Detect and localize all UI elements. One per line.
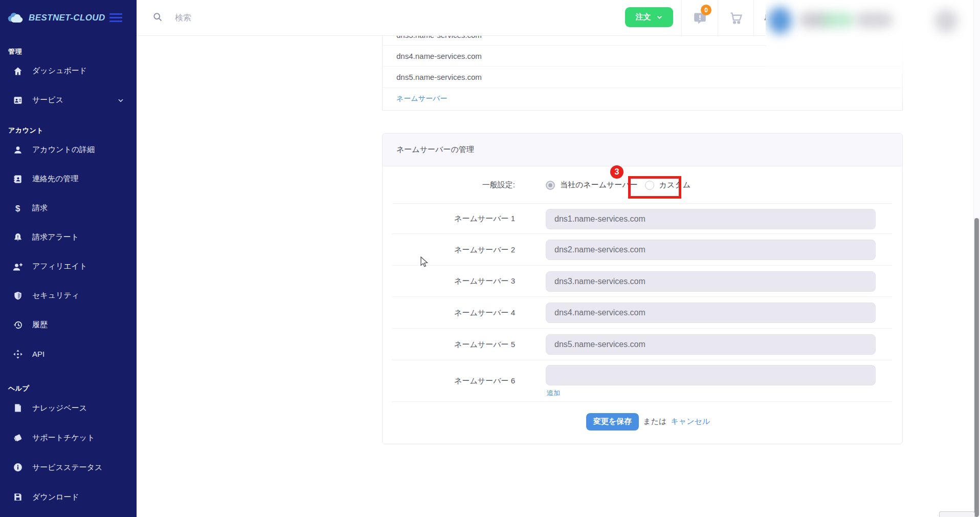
nameserver-row-5: ネームサーバー 5 <box>383 329 902 360</box>
divider <box>681 0 682 36</box>
api-icon <box>12 349 24 360</box>
sidebar-item-label: ナレッジベース <box>32 403 87 413</box>
order-button[interactable]: 注文 <box>625 7 673 27</box>
nameserver-input-4[interactable] <box>546 303 876 323</box>
save-button[interactable]: 変更を保存 <box>586 413 639 430</box>
sidebar-item-label: アフィリエイト <box>32 262 87 271</box>
contacts-icon <box>12 174 24 185</box>
table-row: dns4.name-services.com <box>383 46 902 67</box>
nameserver-row-6: ネームサーバー 6 追加 <box>383 360 902 402</box>
nameservers-link[interactable]: ネームサーバー <box>396 94 447 103</box>
menu-icon[interactable] <box>109 13 122 24</box>
support-ticket-icon <box>12 432 24 443</box>
service-status-icon <box>12 462 24 473</box>
sidebar-item-dashboard[interactable]: ダッシュボード <box>0 56 137 85</box>
divider <box>718 0 718 36</box>
nameserver-row-4: ネームサーバー 4 <box>383 297 902 329</box>
table-row: dns3.name-services.com <box>383 36 902 46</box>
sidebar: BESTNET-CLOUD 管理 ダッシュボード サービス アカウント アカウン… <box>0 0 137 517</box>
history-icon <box>12 319 24 331</box>
logo: BESTNET-CLOUD <box>6 10 105 26</box>
cloud-logo-icon <box>6 10 26 26</box>
sidebar-item-label: 請求 <box>32 203 48 213</box>
sidebar-item-billing[interactable]: $ 請求 <box>0 193 137 223</box>
chevron-down-icon <box>117 97 124 104</box>
nameserver-input-5[interactable] <box>546 334 876 355</box>
nameserver-table-card: dns3.name-services.com dns4.name-service… <box>382 36 903 111</box>
sidebar-item-label: サービス <box>32 95 63 105</box>
field-label: ネームサーバー 1 <box>383 214 515 224</box>
topbar: 注文 0 <box>137 0 980 36</box>
search-icon <box>152 12 163 24</box>
sidebar-item-support-tickets[interactable]: サポートチケット <box>0 423 137 453</box>
sidebar-section-account: アカウント <box>8 126 137 135</box>
table-footer: ネームサーバー <box>383 88 902 110</box>
sidebar-item-security[interactable]: セキュリティ <box>0 281 137 310</box>
sidebar-item-contacts[interactable]: 連絡先の管理 <box>0 164 137 193</box>
sidebar-item-label: ダッシュボード <box>32 66 87 76</box>
sidebar-item-label: サービスステータス <box>32 463 102 472</box>
sidebar-item-service-status[interactable]: サービスステータス <box>0 453 137 482</box>
sidebar-item-label: 履歴 <box>32 320 48 330</box>
cancel-link[interactable]: キャンセル <box>671 417 710 426</box>
radio-custom[interactable] <box>645 181 654 190</box>
radio-default-nameservers[interactable] <box>546 181 555 190</box>
radio-label[interactable]: 当社のネームサーバー <box>560 180 638 190</box>
svg-text:$: $ <box>15 203 20 213</box>
sidebar-item-label: 請求アラート <box>32 232 79 242</box>
nameserver-input-6[interactable] <box>546 365 876 385</box>
bottom-corner-widget <box>939 511 975 517</box>
field-label: ネームサーバー 5 <box>383 340 515 350</box>
services-icon <box>12 95 24 106</box>
divider <box>753 0 754 36</box>
sidebar-section-admin: 管理 <box>8 47 137 56</box>
bell-icon[interactable] <box>762 11 775 26</box>
sidebar-item-label: ダウンロード <box>32 492 79 502</box>
table-row: dns5.name-services.com <box>383 67 902 88</box>
search-input[interactable] <box>175 13 339 23</box>
notification-badge: 0 <box>701 5 711 15</box>
general-settings-label: 一般設定: <box>383 180 515 190</box>
field-label: ネームサーバー 6 <box>383 376 515 386</box>
field-label: ネームサーバー 3 <box>383 276 515 286</box>
cart-icon[interactable] <box>729 11 743 27</box>
field-label: ネームサーバー 4 <box>383 308 515 318</box>
actions-row: 変更を保存 または キャンセル <box>383 402 902 441</box>
nameserver-input-3[interactable] <box>546 271 876 292</box>
knowledgebase-icon <box>12 402 24 414</box>
chevron-down-icon <box>656 14 663 20</box>
billing-icon: $ <box>12 203 24 214</box>
sidebar-item-label: セキュリティ <box>32 291 79 300</box>
sidebar-item-account-details[interactable]: アカウントの詳細 <box>0 135 137 164</box>
general-settings-row: 一般設定: 当社のネームサーバー カスタム <box>383 166 902 204</box>
nameserver-input-2[interactable] <box>546 240 876 260</box>
sidebar-item-affiliate[interactable]: アフィリエイト <box>0 252 137 281</box>
nameserver-management-card: ネームサーバーの管理 一般設定: 当社のネームサーバー カスタム ネームサーバー… <box>382 133 903 444</box>
field-label: ネームサーバー 2 <box>383 245 515 255</box>
home-icon <box>12 66 24 77</box>
sidebar-item-downloads[interactable]: ダウンロード <box>0 482 137 512</box>
sidebar-header: BESTNET-CLOUD <box>0 0 137 36</box>
sidebar-item-label: 連絡先の管理 <box>32 174 78 184</box>
sidebar-item-history[interactable]: 履歴 <box>0 310 137 339</box>
sidebar-item-services[interactable]: サービス <box>0 85 137 115</box>
security-icon <box>12 290 24 301</box>
sidebar-section-help: ヘルプ <box>8 384 137 393</box>
or-text: または <box>643 417 666 426</box>
sidebar-item-label: サポートチケット <box>32 433 95 443</box>
download-icon <box>12 491 24 503</box>
card-title: ネームサーバーの管理 <box>383 134 902 166</box>
sidebar-item-label: アカウントの詳細 <box>32 145 95 155</box>
sidebar-item-billing-alerts[interactable]: 請求アラート <box>0 223 137 252</box>
billing-alert-icon <box>12 232 24 243</box>
add-link[interactable]: 追加 <box>547 389 560 398</box>
sidebar-item-label: API <box>32 350 44 358</box>
scrollbar-thumb[interactable] <box>974 218 979 517</box>
person-icon <box>12 144 24 156</box>
affiliate-icon <box>12 261 24 272</box>
sidebar-item-api[interactable]: API <box>0 339 137 369</box>
radio-label[interactable]: カスタム <box>659 180 691 190</box>
sidebar-item-knowledgebase[interactable]: ナレッジベース <box>0 393 137 423</box>
nameserver-input-1[interactable] <box>546 209 876 229</box>
nameserver-row-2: ネームサーバー 2 <box>383 234 902 266</box>
